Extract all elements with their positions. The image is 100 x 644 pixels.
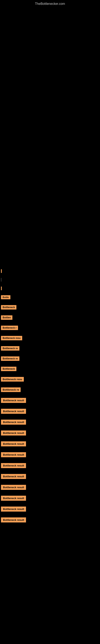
- list-item: Bottleneck result: [1, 441, 100, 447]
- list-item: [1, 278, 100, 282]
- list-item: Bottleneck result: [1, 474, 100, 480]
- list-item: Bottlen: [1, 315, 100, 320]
- list-item: Bottleneck resu: [1, 377, 100, 382]
- list-item: Bottleneck r: [1, 326, 100, 331]
- list-item: Bottleneck re: [1, 356, 100, 362]
- list-item: Bottleneck result: [1, 485, 100, 491]
- list-item: Bottleneck resu: [1, 336, 100, 341]
- site-title: TheBottlenecker.com: [0, 0, 100, 8]
- list-item: Bottleneck result: [1, 452, 100, 458]
- list-item: Bottleneck result: [1, 506, 100, 512]
- list-item: Bottleneck re: [1, 388, 100, 393]
- list-item: Bottleneck result: [1, 409, 100, 414]
- list-item: Bottleneck re: [1, 346, 100, 352]
- list-item: Bottleneck: [1, 367, 100, 372]
- list-item: Bottleneck result: [1, 398, 100, 404]
- list-item: Bottleneck result: [1, 463, 100, 469]
- list-item: Bottleneck result: [1, 496, 100, 502]
- list-item: [1, 269, 100, 273]
- list-item: Bottleneck result: [1, 430, 100, 436]
- list-item: Bottleneck result: [1, 420, 100, 426]
- list-item: Bottle: [1, 295, 100, 300]
- list-item: Bottleneck: [1, 305, 100, 310]
- list-item: [1, 286, 100, 290]
- list-item: Bottleneck result: [1, 518, 100, 523]
